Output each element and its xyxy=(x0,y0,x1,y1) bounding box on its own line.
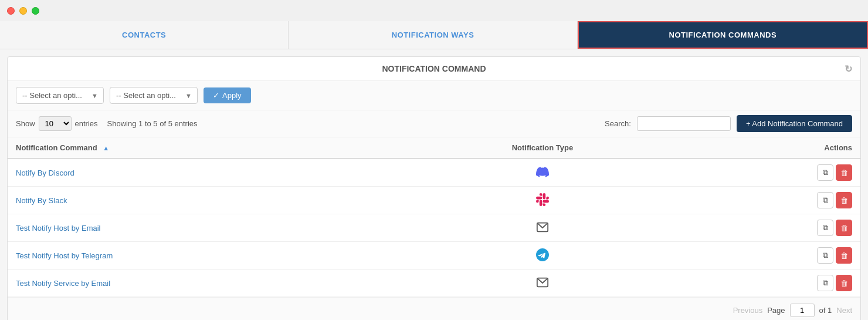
copy-button-4[interactable]: ⧉ xyxy=(817,247,833,264)
table-row: Notify By Slack ⧉ 🗑 xyxy=(8,187,860,214)
tab-notification-ways[interactable]: NOTIFICATION WAYS xyxy=(289,21,577,49)
row-actions-1: ⧉ 🗑 xyxy=(679,159,860,187)
table-controls: Show 10 25 50 100 entries Showing 1 to 5… xyxy=(8,110,860,137)
row-type-2 xyxy=(406,187,679,214)
tab-notification-commands[interactable]: NOTIFICATION COMMANDS xyxy=(578,21,868,49)
traffic-light-red[interactable] xyxy=(7,7,15,15)
checkmark-icon: ✓ xyxy=(213,91,219,100)
row-actions-4: ⧉ 🗑 xyxy=(679,242,860,270)
row-actions-5: ⧉ 🗑 xyxy=(679,270,860,297)
delete-button-4[interactable]: 🗑 xyxy=(836,247,852,264)
per-page-select[interactable]: 10 25 50 100 xyxy=(39,116,72,131)
table-header: Notification Command ▲ Notification Type… xyxy=(8,137,860,159)
left-controls: Show 10 25 50 100 entries Showing 1 to 5… xyxy=(16,116,198,131)
delete-icon: 🗑 xyxy=(840,251,848,260)
table-row: Notify By Discord ⧉ 🗑 xyxy=(8,159,860,187)
col-actions: Actions xyxy=(679,137,860,159)
copy-icon: ⧉ xyxy=(823,223,828,233)
filter-select-1-wrapper: -- Select an opti... ▼ xyxy=(16,87,104,104)
row-type-5 xyxy=(406,270,679,297)
row-name-1[interactable]: Notify By Discord xyxy=(8,159,406,187)
table-row: Test Notify Host by Telegram ⧉ 🗑 xyxy=(8,242,860,270)
row-type-4 xyxy=(406,242,679,270)
copy-button-1[interactable]: ⧉ xyxy=(817,164,833,181)
nav-tabs: CONTACTS NOTIFICATION WAYS NOTIFICATION … xyxy=(0,21,868,49)
delete-icon: 🗑 xyxy=(840,224,848,233)
filter-select-2[interactable]: -- Select an opti... xyxy=(110,87,198,104)
table-row: Test Notify Host by Email ⧉ 🗑 xyxy=(8,214,860,242)
delete-icon: 🗑 xyxy=(840,169,848,177)
show-entries: Show 10 25 50 100 entries xyxy=(16,116,98,131)
filter-row: -- Select an opti... ▼ -- Select an opti… xyxy=(8,81,860,110)
copy-icon: ⧉ xyxy=(823,196,828,205)
copy-icon: ⧉ xyxy=(823,168,828,177)
entries-info: Showing 1 to 5 of 5 entries xyxy=(107,119,198,128)
table-row: Test Notify Service by Email ⧉ 🗑 xyxy=(8,270,860,297)
show-label: Show xyxy=(16,119,35,128)
row-name-3[interactable]: Test Notify Host by Email xyxy=(8,214,406,242)
page-label: Page xyxy=(767,306,785,315)
row-actions-2: ⧉ 🗑 xyxy=(679,187,860,214)
sort-arrow-icon: ▲ xyxy=(103,144,109,151)
prev-button[interactable]: Previous xyxy=(733,306,763,315)
delete-icon: 🗑 xyxy=(840,196,848,205)
title-bar xyxy=(0,0,868,21)
filter-select-2-wrapper: -- Select an opti... ▼ xyxy=(110,87,198,104)
copy-button-3[interactable]: ⧉ xyxy=(817,220,833,236)
search-input[interactable] xyxy=(637,116,731,131)
row-name-4[interactable]: Test Notify Host by Telegram xyxy=(8,242,406,270)
refresh-icon[interactable]: ↻ xyxy=(845,63,852,75)
filter-select-1[interactable]: -- Select an opti... xyxy=(16,87,104,104)
delete-button-1[interactable]: 🗑 xyxy=(836,164,852,181)
delete-button-2[interactable]: 🗑 xyxy=(836,192,852,208)
traffic-light-yellow[interactable] xyxy=(19,7,27,15)
copy-button-5[interactable]: ⧉ xyxy=(817,275,833,291)
row-type-1 xyxy=(406,159,679,187)
row-name-2[interactable]: Notify By Slack xyxy=(8,187,406,214)
traffic-light-green[interactable] xyxy=(32,7,39,15)
panel-title: NOTIFICATION COMMAND xyxy=(382,64,486,73)
copy-button-2[interactable]: ⧉ xyxy=(817,192,833,208)
pagination-row: Previous Page of 1 Next xyxy=(8,297,860,320)
notification-commands-table: Notification Command ▲ Notification Type… xyxy=(8,137,860,297)
col-name[interactable]: Notification Command ▲ xyxy=(8,137,406,159)
notification-command-panel: NOTIFICATION COMMAND ↻ -- Select an opti… xyxy=(7,56,861,320)
copy-icon: ⧉ xyxy=(823,278,828,288)
row-actions-3: ⧉ 🗑 xyxy=(679,214,860,242)
search-label: Search: xyxy=(605,119,631,128)
row-type-3 xyxy=(406,214,679,242)
main-content: NOTIFICATION COMMAND ↻ -- Select an opti… xyxy=(0,49,868,320)
row-name-5[interactable]: Test Notify Service by Email xyxy=(8,270,406,297)
page-input[interactable] xyxy=(790,304,815,317)
of-label: of 1 xyxy=(819,306,832,315)
tab-contacts[interactable]: CONTACTS xyxy=(0,21,289,49)
entries-label: entries xyxy=(75,119,98,128)
delete-button-5[interactable]: 🗑 xyxy=(836,275,852,291)
delete-icon: 🗑 xyxy=(840,279,848,288)
search-area: Search: + Add Notification Command xyxy=(605,115,852,132)
apply-button[interactable]: ✓ Apply xyxy=(204,87,251,103)
delete-button-3[interactable]: 🗑 xyxy=(836,220,852,236)
next-button[interactable]: Next xyxy=(836,306,852,315)
add-notification-command-button[interactable]: + Add Notification Command xyxy=(737,115,852,132)
panel-header: NOTIFICATION COMMAND ↻ xyxy=(8,57,860,81)
col-type[interactable]: Notification Type xyxy=(406,137,679,159)
table-body: Notify By Discord ⧉ 🗑 Notify By Slack ⧉ … xyxy=(8,159,860,297)
copy-icon: ⧉ xyxy=(823,251,828,260)
